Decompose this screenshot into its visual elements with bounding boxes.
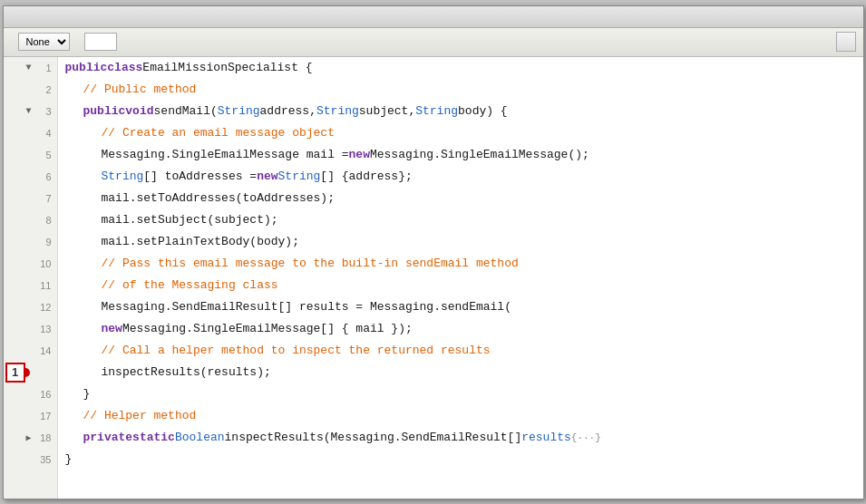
code-token: mail.setPlainTextBody(body); — [102, 235, 299, 248]
collapse-button[interactable]: ▼ — [25, 106, 31, 116]
title-bar — [4, 6, 863, 28]
line-number: 2 — [34, 84, 52, 95]
toolbar: None — [4, 28, 863, 57]
code-token: Messaging.SendEmailResult[] results = Me… — [102, 300, 511, 314]
code-token: mail.setToAddresses(toAddresses); — [102, 191, 335, 205]
code-token: new — [257, 170, 277, 183]
line-number: 8 — [34, 215, 52, 226]
gutter-row: ▼3 — [4, 101, 57, 122]
code-token: EmailMissionSpecialist { — [142, 61, 312, 74]
code-line: inspectResults(results); — [58, 362, 863, 383]
code-line: mail.setSubject(subject); — [58, 209, 863, 231]
code-token: // Call a helper method to inspect the r… — [102, 344, 491, 357]
code-line: Messaging.SingleEmailMessage mail = new … — [58, 144, 863, 166]
code-line: } — [58, 383, 863, 405]
code-token: String — [218, 104, 260, 118]
code-line: new Messaging.SingleEmailMessage[] { mai… — [58, 318, 863, 340]
gutter-row: 10 — [4, 253, 57, 275]
main-window: None ▼12▼3456789101112131411617▶1835 pub… — [3, 5, 864, 499]
gutter-row: 8 — [4, 209, 57, 231]
line-number: 9 — [34, 237, 52, 247]
line-number: 5 — [34, 150, 52, 160]
code-line: mail.setToAddresses(toAddresses); — [58, 188, 863, 209]
code-line: } — [58, 449, 863, 470]
line-number: 35 — [34, 454, 52, 465]
code-token: subject, — [359, 104, 415, 118]
code-token: } — [65, 452, 73, 466]
code-token: {···} — [571, 432, 601, 443]
gutter-row: 35 — [4, 449, 57, 470]
code-token: Messaging.SingleEmailMessage(); — [370, 148, 589, 161]
line-number: 12 — [34, 302, 52, 313]
goto-button[interactable] — [836, 32, 856, 52]
gutter-row: ▶18 — [4, 427, 57, 449]
code-token: // of the Messaging class — [102, 278, 278, 292]
line-number: 4 — [34, 128, 52, 139]
gutter-row: 13 — [4, 318, 57, 340]
line-number: 17 — [34, 411, 52, 422]
gutter-row: 7 — [4, 188, 57, 209]
code-line: Messaging.SendEmailResult[] results = Me… — [58, 296, 863, 318]
code-token: public — [83, 104, 126, 118]
code-token: // Helper method — [83, 409, 197, 422]
gutter-row: 1 — [4, 362, 57, 383]
line-number: 16 — [34, 389, 52, 400]
code-token: results — [521, 431, 571, 444]
code-token: String — [278, 170, 321, 183]
coverage-select[interactable]: None — [18, 33, 70, 51]
code-line: // Pass this email message to the built-… — [58, 253, 863, 275]
code-token: static — [132, 431, 175, 444]
code-token: inspectResults(results); — [102, 365, 271, 379]
code-line: public void sendMail(String address, Str… — [58, 101, 863, 122]
code-line: // of the Messaging class — [58, 275, 863, 296]
code-line: // Helper method — [58, 405, 863, 427]
code-token: address, — [260, 104, 316, 118]
line-number: 7 — [34, 193, 52, 204]
code-line: // Call a helper method to inspect the r… — [58, 340, 863, 362]
code-token: String — [102, 170, 144, 183]
debug-badge: 1 — [5, 363, 25, 383]
gutter-row: 4 — [4, 122, 57, 144]
code-token: String — [415, 104, 458, 118]
line-number: 11 — [34, 280, 52, 291]
code-token: public — [65, 61, 108, 74]
code-token: new — [102, 322, 122, 335]
gutter-row: 5 — [4, 144, 57, 166]
gutter-row: 11 — [4, 275, 57, 296]
code-token: String — [316, 104, 359, 118]
gutter-row: ▼1 — [4, 57, 57, 79]
code-line: private static Boolean inspectResults(Me… — [58, 427, 863, 449]
collapse-button[interactable]: ▶ — [25, 432, 31, 443]
code-token: mail.setSubject(subject); — [102, 213, 278, 227]
gutter-row: 16 — [4, 383, 57, 405]
editor-area: ▼12▼3456789101112131411617▶1835 public c… — [4, 57, 863, 499]
code-token: // Pass this email message to the built-… — [102, 257, 519, 270]
code-line: // Public method — [58, 79, 863, 101]
code-token: inspectResults(Messaging.SendEmailResult… — [225, 431, 522, 444]
code-token: void — [125, 104, 153, 118]
line-number: 18 — [34, 432, 52, 443]
gutter-row: 14 — [4, 340, 57, 362]
code-token: body) { — [458, 104, 508, 118]
code-token: Messaging.SingleEmailMessage mail = — [102, 148, 349, 161]
line-number: 10 — [34, 258, 52, 269]
code-content[interactable]: public class EmailMissionSpecialist {// … — [58, 57, 863, 499]
line-number: 14 — [34, 345, 52, 356]
line-number: 1 — [34, 63, 52, 73]
gutter-row: 9 — [4, 231, 57, 253]
code-line: public class EmailMissionSpecialist { — [58, 57, 863, 79]
code-token: [] {address}; — [320, 170, 412, 183]
gutter-row: 17 — [4, 405, 57, 427]
code-line: // Create an email message object — [58, 122, 863, 144]
code-token: // Public method — [83, 82, 197, 96]
code-token: class — [107, 61, 142, 74]
code-token: [] toAddresses = — [143, 170, 257, 183]
gutter-row: 2 — [4, 79, 57, 101]
code-line: String[] toAddresses = new String[] {add… — [58, 166, 863, 188]
code-token: } — [83, 387, 91, 401]
line-gutter: ▼12▼3456789101112131411617▶1835 — [4, 57, 58, 499]
code-token: new — [349, 148, 370, 161]
collapse-button[interactable]: ▼ — [25, 63, 31, 73]
api-version-input[interactable] — [84, 33, 117, 51]
code-token: Boolean — [175, 431, 225, 444]
